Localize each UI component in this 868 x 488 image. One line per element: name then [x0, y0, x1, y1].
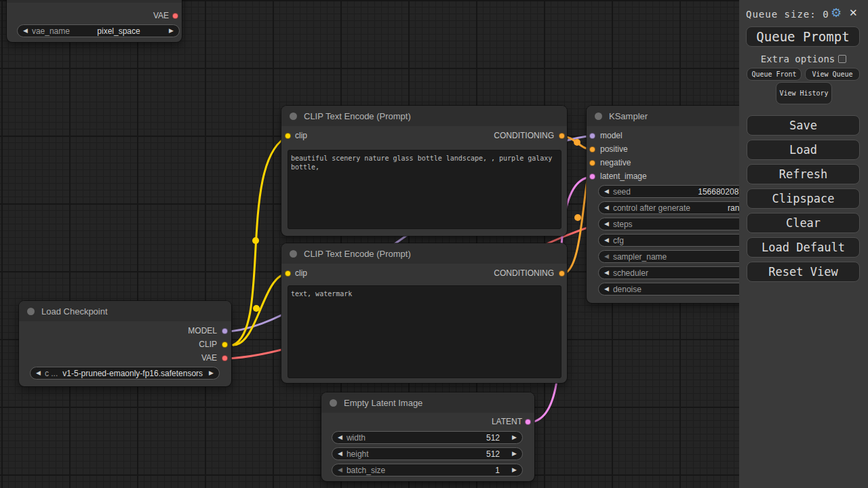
input-label-negative: negative [600, 158, 631, 167]
prompt-textarea[interactable]: text, watermark [288, 285, 561, 378]
link-dot[interactable] [253, 305, 260, 312]
collapse-dot[interactable] [290, 250, 297, 258]
widget-value[interactable]: 512 [486, 433, 500, 443]
widget-increment-arrow[interactable]: ▶ [512, 434, 517, 441]
queue-size-label: Queue size: 0 [746, 9, 829, 20]
widget-increment-arrow[interactable]: ▶ [512, 451, 517, 457]
node-titlebar[interactable]: Load Checkpoint [19, 301, 231, 321]
widget-decrement-arrow[interactable]: ◀ [604, 253, 609, 260]
settings-gear-icon[interactable]: ⚙ [831, 5, 842, 20]
widget-value[interactable]: v1-5-pruned-emaonly-fp16.safetensors [62, 369, 203, 378]
save-button[interactable]: Save [747, 115, 860, 136]
node-title: CLIP Text Encode (Prompt) [304, 111, 411, 121]
input-port-clip[interactable] [285, 133, 291, 139]
widget-decrement-arrow[interactable]: ◀ [604, 188, 609, 195]
prompt-textarea[interactable]: beautiful scenery nature glass bottle la… [288, 150, 561, 229]
widget-height[interactable]: ◀ height 512 ▶ [332, 447, 523, 460]
queue-front-button[interactable]: Queue Front [747, 68, 802, 81]
extra-options-checkbox[interactable] [838, 55, 846, 63]
close-icon[interactable]: ✕ [849, 7, 858, 19]
clipspace-button[interactable]: Clipspace [747, 188, 860, 209]
queue-prompt-button[interactable]: Queue Prompt [746, 26, 860, 47]
load-button[interactable]: Load [747, 140, 860, 160]
widget-width[interactable]: ◀ width 512 ▶ [332, 431, 523, 444]
widget-decrement-arrow[interactable]: ◀ [604, 237, 609, 243]
refresh-button[interactable]: Refresh [747, 164, 860, 184]
node-load-checkpoint[interactable]: Load Checkpoint MODEL CLIP VAE ◀ c ... v… [19, 301, 231, 386]
node-empty-latent-image[interactable]: Empty Latent Image LATENT ◀ width 512 ▶ … [321, 392, 534, 481]
output-label-vae: VAE [153, 11, 169, 20]
reset-view-button[interactable]: Reset View [747, 262, 860, 282]
extra-options-label: Extra options [761, 54, 835, 64]
widget-increment-arrow[interactable]: ▶ [209, 370, 214, 376]
input-port-model[interactable] [589, 133, 595, 139]
input-port-negative[interactable] [589, 160, 595, 166]
widget-value[interactable]: 1566802087 [698, 187, 743, 197]
input-label-positive: positive [600, 144, 628, 154]
output-port-conditioning[interactable] [559, 133, 565, 139]
node-graph-canvas[interactable]: VAE ◀ vae_name pixel_space ▶ Load Checkp… [0, 0, 868, 488]
input-port-clip[interactable] [285, 270, 291, 277]
node-titlebar[interactable]: CLIP Text Encode (Prompt) [281, 106, 567, 126]
output-port-model[interactable] [222, 328, 228, 334]
widget-batch-size[interactable]: ◀ batch_size 1 ▶ [332, 464, 523, 476]
node-titlebar[interactable]: Empty Latent Image [321, 392, 534, 413]
output-label-conditioning: CONDITIONING [494, 131, 554, 140]
node-clip-text-encode-positive[interactable]: CLIP Text Encode (Prompt) clip CONDITION… [281, 106, 567, 236]
widget-value[interactable]: 512 [486, 449, 500, 459]
node-clip-text-encode-negative[interactable]: CLIP Text Encode (Prompt) clip CONDITION… [281, 243, 567, 383]
widget-decrement-arrow[interactable]: ◀ [604, 270, 609, 276]
output-label-conditioning: CONDITIONING [494, 268, 554, 278]
input-port-positive[interactable] [589, 146, 595, 152]
widget-decrement-arrow[interactable]: ◀ [36, 370, 41, 376]
widget-label: scheduler [613, 268, 648, 278]
widget-vae-name[interactable]: ◀ vae_name pixel_space ▶ [17, 24, 180, 37]
widget-decrement-arrow[interactable]: ◀ [338, 467, 342, 473]
collapse-dot[interactable] [290, 113, 297, 120]
widget-label: height [347, 449, 369, 459]
widget-value[interactable]: 1 [495, 466, 500, 475]
load-default-button[interactable]: Load Default [747, 237, 860, 258]
widget-label: seed [613, 187, 631, 197]
widget-label: width [347, 433, 366, 443]
node-titlebar[interactable]: CLIP Text Encode (Prompt) [281, 243, 567, 264]
widget-label: batch_size [347, 466, 385, 475]
link-dot[interactable] [252, 237, 259, 244]
link-wire-clip-negative [233, 274, 288, 345]
collapse-dot[interactable] [330, 399, 337, 407]
link-wire-clip-positive [233, 136, 288, 345]
output-port-vae[interactable] [222, 355, 228, 361]
node-vae-loader[interactable]: VAE ◀ vae_name pixel_space ▶ [7, 0, 182, 42]
output-port-conditioning[interactable] [559, 270, 565, 277]
widget-label: control after generate [613, 203, 690, 213]
input-label-clip: clip [295, 268, 307, 278]
view-queue-button[interactable]: View Queue [805, 68, 860, 81]
widget-decrement-arrow[interactable]: ◀ [604, 221, 609, 227]
input-label-latent-image: latent_image [600, 171, 647, 181]
widget-value[interactable]: pixel_space [74, 26, 163, 36]
widget-decrement-arrow[interactable]: ◀ [338, 451, 342, 457]
output-port-latent[interactable] [525, 419, 531, 425]
widget-decrement-arrow[interactable]: ◀ [338, 434, 342, 441]
link-dot[interactable] [574, 139, 580, 146]
widget-decrement-arrow[interactable]: ◀ [604, 205, 609, 211]
widget-label: steps [613, 220, 633, 229]
node-title: Empty Latent Image [344, 398, 422, 408]
clear-button[interactable]: Clear [747, 213, 860, 233]
widget-ckpt-name[interactable]: ◀ c ... v1-5-pruned-emaonly-fp16.safeten… [30, 367, 220, 380]
widget-label: cfg [613, 236, 624, 245]
widget-increment-arrow[interactable]: ▶ [169, 28, 174, 34]
collapse-dot[interactable] [595, 113, 602, 120]
node-title: Load Checkpoint [41, 306, 108, 317]
widget-increment-arrow[interactable]: ▶ [512, 467, 517, 473]
input-label-model: model [600, 131, 623, 140]
output-port-vae[interactable] [172, 13, 178, 19]
input-port-latent-image[interactable] [589, 174, 595, 180]
view-history-button[interactable]: View History [776, 82, 832, 104]
output-port-clip[interactable] [222, 342, 228, 348]
collapse-dot[interactable] [27, 308, 35, 315]
widget-decrement-arrow[interactable]: ◀ [23, 28, 28, 34]
link-dot[interactable] [574, 214, 581, 221]
node-titlebar[interactable] [7, 0, 182, 3]
widget-decrement-arrow[interactable]: ◀ [604, 286, 609, 292]
